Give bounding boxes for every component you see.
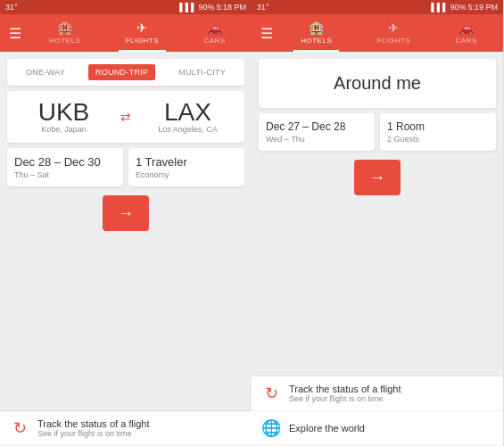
hotels-icon-right: 🏨 (309, 21, 324, 35)
multi-city-btn[interactable]: MULTI-CITY (171, 64, 233, 80)
dates-card[interactable]: Dec 28 – Dec 30 Thu – Sat (7, 148, 123, 186)
explore-world-icon: 🌐 (260, 418, 282, 438)
battery-right: 90% (450, 3, 466, 12)
nav-tabs-left: 🏨 HOTELS ✈ FLIGHTS 🚗 CARS (27, 14, 248, 52)
track-flight-title-right: Track the status of a flight (289, 384, 494, 394)
explore-world-title: Explore the world (289, 423, 494, 434)
track-flight-sub-left: See if your flight is on time (37, 429, 243, 438)
flights-label-left: FLIGHTS (126, 37, 159, 45)
time-right: 5:19 PM (467, 3, 498, 12)
to-airport: LAX Los Angeles, CA (138, 100, 237, 134)
hotel-dates-card[interactable]: Dec 27 – Dec 28 Wed – Thu (259, 113, 375, 151)
bottom-section-right: ↻ Track the status of a flight See if yo… (252, 376, 503, 446)
status-right-right: ▌▌▌ 90% 5:19 PM (431, 3, 498, 12)
status-right-left: ▌▌▌ 90% 5:18 PM (179, 3, 246, 12)
panel-flights: 31° ▌▌▌ 90% 5:18 PM ☰ 🏨 HOTELS ✈ FLIGHTS… (0, 0, 252, 446)
from-airport: UKB Kobe, Japan (14, 100, 113, 134)
nav-tab-flights-right[interactable]: ✈ FLIGHTS (370, 14, 417, 52)
bottom-section-left: ↻ Track the status of a flight See if yo… (0, 410, 252, 446)
hotel-dates-range: Dec 27 – Dec 28 (266, 120, 368, 133)
nav-tab-hotels-right[interactable]: 🏨 HOTELS (293, 14, 339, 52)
around-me-card[interactable]: Around me (259, 59, 496, 108)
status-bar-right: 31° ▌▌▌ 90% 5:19 PM (252, 0, 503, 14)
explore-world-item[interactable]: 🌐 Explore the world (252, 411, 503, 446)
hotel-room-card[interactable]: 1 Room 2 Guests (380, 113, 496, 151)
hotel-room-guests: 2 Guests (387, 135, 489, 144)
dates-range: Dec 28 – Dec 30 (14, 155, 116, 169)
track-flight-icon-right: ↻ (260, 384, 282, 403)
signal-left: ▌▌▌ (179, 3, 196, 12)
traveler-count: 1 Traveler (136, 155, 237, 169)
hotels-label-right: HOTELS (301, 37, 332, 45)
top-nav-left: ☰ 🏨 HOTELS ✈ FLIGHTS 🚗 CARS (0, 14, 252, 52)
battery-left: 90% (198, 3, 214, 12)
around-me-title: Around me (266, 73, 489, 94)
search-btn-hotels[interactable]: → (354, 160, 401, 195)
status-bar-left: 31° ▌▌▌ 90% 5:18 PM (0, 0, 252, 14)
cars-icon-right: 🚗 (459, 21, 474, 35)
cars-label-right: CARS (456, 37, 477, 45)
hotels-label-left: HOTELS (49, 37, 80, 45)
hamburger-icon-right[interactable]: ☰ (255, 21, 278, 45)
nav-tabs-right: 🏨 HOTELS ✈ FLIGHTS 🚗 CARS (278, 14, 500, 52)
dates-sub: Thu – Sat (14, 170, 116, 179)
temp-right: 31° (257, 3, 269, 12)
flights-icon-left: ✈ (136, 21, 147, 35)
to-code: LAX (164, 100, 211, 125)
nav-tab-cars-left[interactable]: 🚗 CARS (197, 14, 233, 52)
track-flight-icon-left: ↻ (9, 418, 30, 438)
traveler-class: Economy (136, 170, 237, 179)
search-btn-container-hotels: → (259, 156, 496, 199)
search-btn-flights[interactable]: → (103, 195, 149, 231)
from-code: UKB (38, 100, 90, 125)
search-btn-container-flights: → (7, 192, 244, 235)
hotel-room-count: 1 Room (387, 120, 489, 133)
hamburger-icon-left[interactable]: ☰ (4, 21, 27, 45)
hotel-info-cards: Dec 27 – Dec 28 Wed – Thu 1 Room 2 Guest… (259, 113, 496, 151)
cars-icon-left: 🚗 (207, 21, 222, 35)
flight-info-cards: Dec 28 – Dec 30 Thu – Sat 1 Traveler Eco… (7, 148, 244, 186)
explore-world-text: Explore the world (289, 423, 494, 434)
from-city: Kobe, Japan (41, 125, 87, 134)
round-trip-btn[interactable]: ROUND-TRIP (88, 64, 156, 80)
to-city: Los Angeles, CA (158, 125, 218, 134)
track-flight-item-left[interactable]: ↻ Track the status of a flight See if yo… (0, 411, 252, 446)
nav-tab-hotels-left[interactable]: 🏨 HOTELS (42, 14, 87, 52)
track-flight-item-right[interactable]: ↻ Track the status of a flight See if yo… (252, 376, 503, 411)
airports-card[interactable]: UKB Kobe, Japan ⇄ LAX Los Angeles, CA (7, 91, 244, 143)
flights-label-right: FLIGHTS (377, 37, 410, 45)
flights-icon-right: ✈ (388, 21, 399, 35)
swap-icon[interactable]: ⇄ (117, 110, 135, 124)
track-flight-sub-right: See if your flight is on time (289, 394, 494, 403)
track-flight-text-right: Track the status of a flight See if your… (289, 384, 494, 403)
time-left: 5:18 PM (216, 3, 246, 12)
signal-right: ▌▌▌ (431, 3, 448, 12)
cars-label-left: CARS (204, 37, 226, 45)
track-flight-text-left: Track the status of a flight See if your… (37, 418, 243, 438)
nav-tab-cars-right[interactable]: 🚗 CARS (449, 14, 484, 52)
content-hotels: Around me Dec 27 – Dec 28 Wed – Thu 1 Ro… (252, 52, 503, 376)
hotel-dates-sub: Wed – Thu (266, 135, 368, 144)
panel-hotels: 31° ▌▌▌ 90% 5:19 PM ☰ 🏨 HOTELS ✈ FLIGHTS… (252, 0, 503, 446)
track-flight-title-left: Track the status of a flight (37, 418, 243, 429)
traveler-card[interactable]: 1 Traveler Economy (128, 148, 244, 186)
nav-tab-flights-left[interactable]: ✈ FLIGHTS (119, 14, 166, 52)
content-flights: ONE-WAY ROUND-TRIP MULTI-CITY UKB Kobe, … (0, 52, 252, 410)
temp-left: 31° (5, 3, 18, 12)
trip-type-bar: ONE-WAY ROUND-TRIP MULTI-CITY (7, 59, 244, 86)
hotels-icon-left: 🏨 (57, 21, 72, 35)
one-way-btn[interactable]: ONE-WAY (19, 64, 72, 80)
top-nav-right: ☰ 🏨 HOTELS ✈ FLIGHTS 🚗 CARS (252, 14, 503, 52)
